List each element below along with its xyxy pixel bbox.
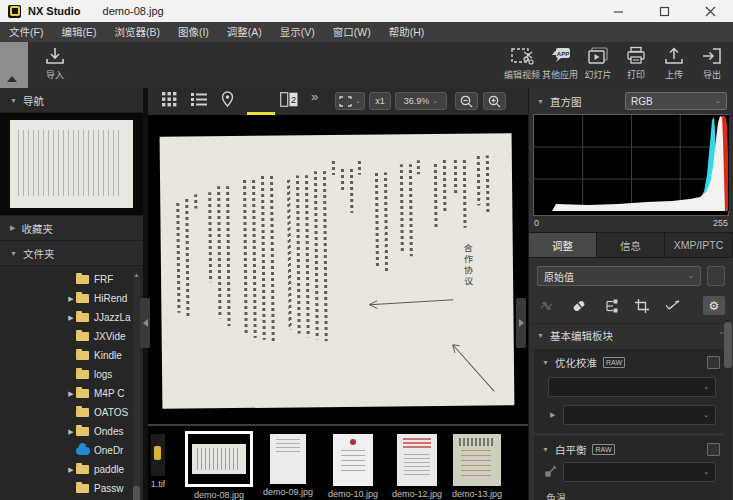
- right-panel-scrollbar-thumb[interactable]: [724, 322, 732, 368]
- expand-triangle-icon[interactable]: ▶: [66, 466, 76, 474]
- folder-item[interactable]: ▶JXVide: [0, 327, 143, 346]
- folder-item[interactable]: ▶Ondes: [0, 422, 143, 441]
- white-balance-header[interactable]: ▼ 白平衡 RAW: [534, 438, 728, 460]
- collapse-left-panel-handle[interactable]: [140, 298, 150, 348]
- navigator-thumbnail: [10, 120, 133, 208]
- thumbnail-image: [453, 434, 501, 486]
- crop-icon[interactable]: [635, 299, 649, 313]
- picture-control-header[interactable]: ▼ 优化校准 RAW: [534, 351, 728, 373]
- grid-view-icon[interactable]: [162, 92, 177, 111]
- folder-item[interactable]: ▶M4P C: [0, 384, 143, 403]
- navigation-section-header[interactable]: ▼ 导航: [0, 88, 143, 113]
- import-button[interactable]: 导入: [32, 46, 78, 81]
- folder-icon: [76, 370, 89, 379]
- print-button[interactable]: 打印: [617, 46, 655, 81]
- zoom-percent-dropdown[interactable]: 36.9% ⌄: [395, 92, 447, 110]
- image-canvas[interactable]: 合作协议: [148, 115, 528, 424]
- menu-item[interactable]: 显示(V): [271, 22, 324, 42]
- zoom-in-button[interactable]: [483, 92, 506, 110]
- picture-control-section: ▼ 优化校准 RAW ⌄ ▶ ⌄: [534, 349, 728, 433]
- zoom-1to1-button[interactable]: x1: [369, 92, 391, 110]
- collapse-right-panel-handle[interactable]: [516, 298, 526, 348]
- folder-item[interactable]: ▶Kindle: [0, 346, 143, 365]
- folders-section-header[interactable]: ▼ 文件夹: [0, 241, 143, 266]
- filmstrip-item[interactable]: demo-12.jpg: [395, 428, 439, 499]
- histogram-header[interactable]: ▼ 直方图 RGB ⌄: [529, 88, 733, 114]
- menu-item[interactable]: 浏览器(B): [105, 22, 169, 42]
- folder-item[interactable]: ▶paddle: [0, 460, 143, 479]
- tab-info[interactable]: 信息: [597, 233, 665, 257]
- adjustment-preset-dropdown[interactable]: 原始值 ⌄: [537, 266, 701, 286]
- more-tools-chevrons[interactable]: »: [311, 89, 318, 104]
- titlebar-document-name: demo-08.jpg: [103, 5, 164, 17]
- upload-button[interactable]: 上传: [655, 46, 693, 81]
- folder-item[interactable]: ▶OATOS: [0, 403, 143, 422]
- white-balance-dropdown[interactable]: ⌄: [563, 462, 716, 482]
- folder-item[interactable]: ▶logs: [0, 365, 143, 384]
- expand-triangle-icon[interactable]: ▶: [550, 411, 555, 419]
- menu-item[interactable]: 图像(I): [169, 22, 218, 42]
- menu-item[interactable]: 调整(A): [218, 22, 271, 42]
- folder-name: OneDr: [94, 445, 123, 456]
- filmstrip-item[interactable]: demo-09.jpg: [268, 428, 308, 497]
- thumbnail-image: [151, 434, 165, 476]
- copy-adjustments-icon[interactable]: [539, 299, 554, 313]
- favorites-label: 收藏夹: [21, 221, 53, 236]
- navigator-preview[interactable]: [0, 113, 143, 216]
- picture-control-sub-dropdown[interactable]: ⌄: [563, 405, 716, 425]
- map-view-icon[interactable]: [220, 91, 235, 112]
- filmstrip-item[interactable]: 1.tif: [148, 428, 168, 489]
- folder-item[interactable]: ▶HiRend: [0, 289, 143, 308]
- slideshow-button[interactable]: 幻灯片: [579, 46, 617, 81]
- folder-scrollbar-thumb[interactable]: [133, 486, 140, 500]
- tool-settings-button[interactable]: ⚙: [703, 296, 725, 315]
- tab-xmp-iptc[interactable]: XMP/IPTC: [665, 233, 733, 257]
- favorites-section-header[interactable]: ▶ 收藏夹: [0, 216, 143, 241]
- collapse-triangle-icon: ▼: [542, 359, 549, 366]
- folder-item[interactable]: ▶Passw: [0, 479, 143, 498]
- expand-triangle-icon[interactable]: ▶: [66, 295, 76, 303]
- expand-triangle-icon[interactable]: ▶: [66, 390, 76, 398]
- filmstrip-item[interactable]: demo-13.jpg: [451, 428, 503, 499]
- histogram-channel-select[interactable]: RGB ⌄: [625, 92, 727, 110]
- maximize-button[interactable]: [641, 0, 687, 22]
- zoom-percent-value: 36.9%: [404, 96, 430, 106]
- picture-control-dropdown[interactable]: ⌄: [548, 377, 716, 397]
- expand-triangle-icon[interactable]: ▶: [66, 428, 76, 436]
- gray-point-eyedropper-icon[interactable]: [544, 465, 557, 480]
- menu-item[interactable]: 窗口(W): [324, 22, 380, 42]
- folder-item[interactable]: ▶OneDr: [0, 441, 143, 460]
- fit-to-screen-button[interactable]: ⌄: [335, 92, 365, 110]
- edit-video-button[interactable]: 编辑视频: [503, 46, 541, 81]
- color-control-points-icon[interactable]: [604, 299, 618, 313]
- folder-item[interactable]: ▶JJazzLa: [0, 308, 143, 327]
- menu-item[interactable]: 文件(F): [0, 22, 52, 42]
- list-view-icon[interactable]: [191, 92, 207, 111]
- basic-editing-section-header[interactable]: ▼ 基本编辑板块 ⌃: [529, 324, 733, 346]
- collapse-triangle-icon: ▼: [542, 446, 549, 453]
- filmstrip-item[interactable]: demo-10.jpg: [331, 428, 375, 499]
- retouch-brush-icon[interactable]: [571, 299, 587, 313]
- picture-control-checkbox[interactable]: [707, 356, 720, 369]
- toolbar-collapse-strip[interactable]: [0, 42, 28, 88]
- close-button[interactable]: [687, 0, 733, 22]
- folder-scrollbar[interactable]: ▲: [133, 272, 140, 498]
- minimize-button[interactable]: [595, 0, 641, 22]
- chevron-down-icon: ⌄: [715, 97, 721, 105]
- folder-item[interactable]: ▶FRF: [0, 270, 143, 289]
- other-apps-button[interactable]: APP其他应用: [541, 46, 579, 81]
- menu-item[interactable]: 帮助(H): [380, 22, 434, 42]
- compare-view-icon[interactable]: 2: [280, 92, 298, 111]
- expand-triangle-icon[interactable]: ▶: [66, 314, 76, 322]
- tab-adjustments[interactable]: 调整: [529, 233, 597, 257]
- folder-name: JJazzLa: [94, 312, 131, 323]
- white-balance-checkbox[interactable]: [707, 443, 720, 456]
- straighten-icon[interactable]: [666, 299, 681, 312]
- save-preset-button[interactable]: [707, 266, 725, 286]
- export-button[interactable]: 导出: [693, 46, 731, 81]
- menu-bar: 文件(F)编辑(E)浏览器(B)图像(I)调整(A)显示(V)窗口(W)帮助(H…: [0, 22, 733, 42]
- right-panel-scrollbar[interactable]: [724, 320, 732, 500]
- zoom-out-button[interactable]: [455, 92, 478, 110]
- menu-item[interactable]: 编辑(E): [52, 22, 105, 42]
- filmstrip-item-selected[interactable]: demo-08.jpg: [184, 428, 254, 500]
